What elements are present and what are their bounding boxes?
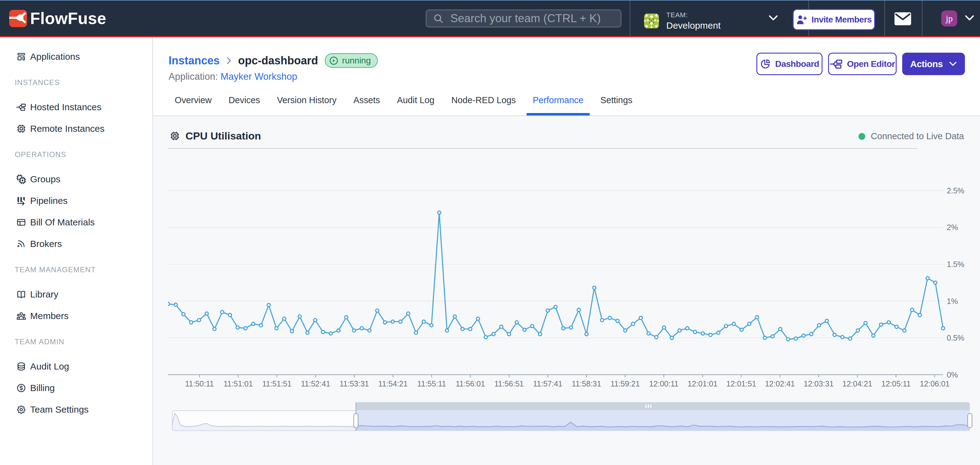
svg-text:12:02:41: 12:02:41: [765, 379, 795, 388]
svg-text:12:00:11: 12:00:11: [649, 379, 678, 388]
svg-text:11:59:21: 11:59:21: [611, 379, 640, 388]
svg-text:11:57:41: 11:57:41: [533, 379, 562, 388]
svg-text:11:55:11: 11:55:11: [417, 379, 446, 388]
svg-text:2.5%: 2.5%: [947, 186, 964, 195]
svg-text:1.5%: 1.5%: [947, 260, 964, 268]
svg-text:12:03:31: 12:03:31: [804, 379, 834, 388]
svg-text:11:54:21: 11:54:21: [379, 379, 407, 388]
svg-text:12:06:01: 12:06:01: [920, 379, 950, 388]
svg-text:12:04:21: 12:04:21: [843, 379, 872, 388]
svg-text:11:51:01: 11:51:01: [224, 379, 253, 388]
svg-text:11:51:51: 11:51:51: [262, 379, 291, 388]
svg-text:12:01:01: 12:01:01: [687, 379, 718, 388]
svg-text:11:58:31: 11:58:31: [572, 379, 601, 388]
svg-text:11:56:01: 11:56:01: [455, 379, 485, 388]
svg-text:2%: 2%: [947, 223, 958, 232]
svg-text:11:56:51: 11:56:51: [494, 379, 523, 388]
svg-text:0.5%: 0.5%: [947, 334, 964, 342]
svg-text:1%: 1%: [947, 297, 958, 305]
svg-text:11:50:11: 11:50:11: [185, 379, 214, 388]
svg-text:12:01:51: 12:01:51: [726, 379, 756, 388]
svg-text:11:52:41: 11:52:41: [301, 379, 330, 388]
svg-text:12:05:11: 12:05:11: [881, 379, 910, 388]
svg-text:0%: 0%: [947, 371, 958, 379]
svg-text:11:53:31: 11:53:31: [340, 379, 369, 388]
